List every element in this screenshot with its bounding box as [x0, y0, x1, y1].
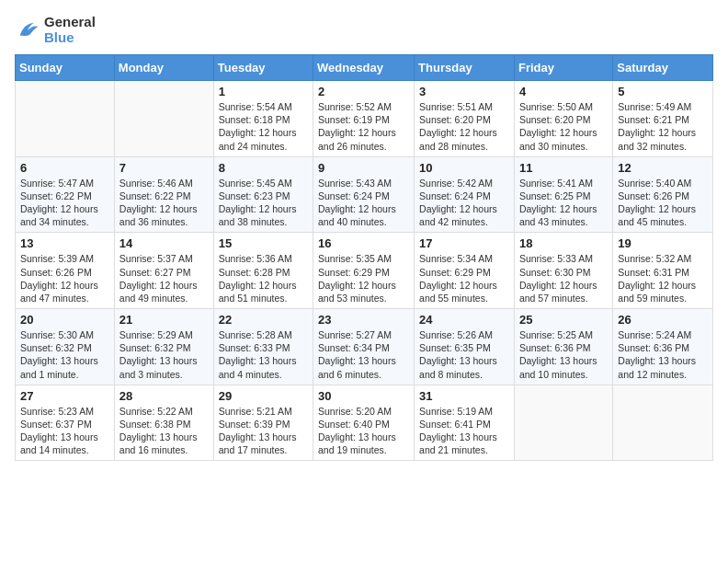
- day-of-week-wednesday: Wednesday: [313, 55, 415, 81]
- day-number: 11: [519, 161, 608, 175]
- calendar-week-row: 27Sunrise: 5:23 AM Sunset: 6:37 PM Dayli…: [16, 385, 713, 461]
- calendar-week-row: 13Sunrise: 5:39 AM Sunset: 6:26 PM Dayli…: [16, 233, 713, 309]
- day-number: 22: [219, 313, 308, 327]
- day-info: Sunrise: 5:51 AM Sunset: 6:20 PM Dayligh…: [419, 100, 509, 153]
- calendar-cell: 1Sunrise: 5:54 AM Sunset: 6:18 PM Daylig…: [213, 81, 313, 157]
- calendar-cell: 17Sunrise: 5:34 AM Sunset: 6:29 PM Dayli…: [415, 233, 515, 309]
- day-info: Sunrise: 5:40 AM Sunset: 6:26 PM Dayligh…: [618, 177, 708, 229]
- day-number: 21: [119, 313, 209, 327]
- day-number: 24: [419, 313, 509, 327]
- calendar-cell: 28Sunrise: 5:22 AM Sunset: 6:38 PM Dayli…: [114, 385, 213, 461]
- day-number: 18: [519, 236, 608, 250]
- day-info: Sunrise: 5:22 AM Sunset: 6:38 PM Dayligh…: [119, 405, 209, 457]
- calendar-cell: 7Sunrise: 5:46 AM Sunset: 6:22 PM Daylig…: [114, 156, 213, 233]
- header: General Blue: [15, 15, 713, 45]
- day-number: 14: [119, 236, 209, 250]
- calendar-week-row: 20Sunrise: 5:30 AM Sunset: 6:32 PM Dayli…: [16, 309, 713, 385]
- day-number: 30: [318, 389, 409, 403]
- day-number: 9: [318, 161, 409, 175]
- day-number: 26: [618, 313, 708, 327]
- logo-bird-icon: [15, 17, 40, 43]
- calendar-cell: 26Sunrise: 5:24 AM Sunset: 6:36 PM Dayli…: [613, 309, 713, 385]
- day-info: Sunrise: 5:32 AM Sunset: 6:31 PM Dayligh…: [618, 252, 708, 304]
- calendar-cell: 22Sunrise: 5:28 AM Sunset: 6:33 PM Dayli…: [213, 309, 313, 385]
- day-number: 8: [219, 161, 308, 175]
- calendar-cell: 12Sunrise: 5:40 AM Sunset: 6:26 PM Dayli…: [613, 156, 713, 233]
- day-info: Sunrise: 5:24 AM Sunset: 6:36 PM Dayligh…: [618, 328, 708, 381]
- calendar-cell: [514, 385, 612, 461]
- day-info: Sunrise: 5:30 AM Sunset: 6:32 PM Dayligh…: [20, 328, 109, 381]
- calendar-cell: 29Sunrise: 5:21 AM Sunset: 6:39 PM Dayli…: [213, 385, 313, 461]
- day-number: 1: [219, 85, 308, 98]
- day-info: Sunrise: 5:36 AM Sunset: 6:28 PM Dayligh…: [219, 252, 308, 304]
- day-number: 6: [20, 161, 109, 175]
- day-number: 10: [419, 161, 509, 175]
- day-of-week-tuesday: Tuesday: [213, 55, 313, 81]
- calendar-cell: 19Sunrise: 5:32 AM Sunset: 6:31 PM Dayli…: [613, 233, 713, 309]
- calendar-header-row: SundayMondayTuesdayWednesdayThursdayFrid…: [16, 55, 713, 81]
- calendar-cell: 9Sunrise: 5:43 AM Sunset: 6:24 PM Daylig…: [313, 156, 415, 233]
- day-number: 7: [119, 161, 209, 175]
- calendar-cell: [114, 81, 213, 157]
- day-info: Sunrise: 5:35 AM Sunset: 6:29 PM Dayligh…: [318, 252, 409, 304]
- day-info: Sunrise: 5:27 AM Sunset: 6:34 PM Dayligh…: [318, 328, 409, 381]
- day-info: Sunrise: 5:33 AM Sunset: 6:30 PM Dayligh…: [519, 252, 608, 304]
- day-of-week-monday: Monday: [114, 55, 213, 81]
- calendar-cell: 11Sunrise: 5:41 AM Sunset: 6:25 PM Dayli…: [514, 156, 612, 233]
- day-number: 3: [419, 85, 509, 98]
- calendar-cell: 4Sunrise: 5:50 AM Sunset: 6:20 PM Daylig…: [514, 81, 612, 157]
- day-info: Sunrise: 5:23 AM Sunset: 6:37 PM Dayligh…: [20, 405, 109, 457]
- day-info: Sunrise: 5:49 AM Sunset: 6:21 PM Dayligh…: [618, 100, 708, 153]
- day-info: Sunrise: 5:39 AM Sunset: 6:26 PM Dayligh…: [20, 252, 109, 304]
- day-number: 28: [119, 389, 209, 403]
- calendar-cell: 5Sunrise: 5:49 AM Sunset: 6:21 PM Daylig…: [613, 81, 713, 157]
- day-info: Sunrise: 5:20 AM Sunset: 6:40 PM Dayligh…: [318, 405, 409, 457]
- calendar-cell: 13Sunrise: 5:39 AM Sunset: 6:26 PM Dayli…: [16, 233, 115, 309]
- day-info: Sunrise: 5:43 AM Sunset: 6:24 PM Dayligh…: [318, 177, 409, 229]
- calendar-cell: 8Sunrise: 5:45 AM Sunset: 6:23 PM Daylig…: [213, 156, 313, 233]
- day-info: Sunrise: 5:52 AM Sunset: 6:19 PM Dayligh…: [318, 100, 409, 153]
- day-number: 25: [519, 313, 608, 327]
- calendar-week-row: 6Sunrise: 5:47 AM Sunset: 6:22 PM Daylig…: [16, 156, 713, 233]
- day-number: 15: [219, 236, 308, 250]
- calendar-cell: 20Sunrise: 5:30 AM Sunset: 6:32 PM Dayli…: [16, 309, 115, 385]
- page: General Blue SundayMondayTuesdayWednesda…: [0, 0, 728, 470]
- calendar-cell: 24Sunrise: 5:26 AM Sunset: 6:35 PM Dayli…: [415, 309, 515, 385]
- calendar-cell: 31Sunrise: 5:19 AM Sunset: 6:41 PM Dayli…: [415, 385, 515, 461]
- calendar-cell: 15Sunrise: 5:36 AM Sunset: 6:28 PM Dayli…: [213, 233, 313, 309]
- logo-text: General Blue: [44, 15, 96, 45]
- calendar-cell: [613, 385, 713, 461]
- day-info: Sunrise: 5:47 AM Sunset: 6:22 PM Dayligh…: [20, 177, 109, 229]
- day-info: Sunrise: 5:28 AM Sunset: 6:33 PM Dayligh…: [219, 328, 308, 381]
- day-number: 20: [20, 313, 109, 327]
- day-info: Sunrise: 5:46 AM Sunset: 6:22 PM Dayligh…: [119, 177, 209, 229]
- day-number: 27: [20, 389, 109, 403]
- day-number: 16: [318, 236, 409, 250]
- day-of-week-thursday: Thursday: [415, 55, 515, 81]
- day-number: 5: [618, 85, 708, 98]
- day-number: 17: [419, 236, 509, 250]
- calendar-cell: 6Sunrise: 5:47 AM Sunset: 6:22 PM Daylig…: [16, 156, 115, 233]
- calendar-cell: 25Sunrise: 5:25 AM Sunset: 6:36 PM Dayli…: [514, 309, 612, 385]
- day-number: 29: [219, 389, 308, 403]
- day-info: Sunrise: 5:34 AM Sunset: 6:29 PM Dayligh…: [419, 252, 509, 304]
- day-info: Sunrise: 5:19 AM Sunset: 6:41 PM Dayligh…: [419, 405, 509, 457]
- calendar-week-row: 1Sunrise: 5:54 AM Sunset: 6:18 PM Daylig…: [16, 81, 713, 157]
- day-info: Sunrise: 5:25 AM Sunset: 6:36 PM Dayligh…: [519, 328, 608, 381]
- day-number: 23: [318, 313, 409, 327]
- day-info: Sunrise: 5:21 AM Sunset: 6:39 PM Dayligh…: [219, 405, 308, 457]
- calendar-cell: 16Sunrise: 5:35 AM Sunset: 6:29 PM Dayli…: [313, 233, 415, 309]
- day-info: Sunrise: 5:29 AM Sunset: 6:32 PM Dayligh…: [119, 328, 209, 381]
- calendar-cell: 18Sunrise: 5:33 AM Sunset: 6:30 PM Dayli…: [514, 233, 612, 309]
- calendar-cell: 3Sunrise: 5:51 AM Sunset: 6:20 PM Daylig…: [415, 81, 515, 157]
- day-number: 4: [519, 85, 608, 98]
- calendar-cell: 10Sunrise: 5:42 AM Sunset: 6:24 PM Dayli…: [415, 156, 515, 233]
- day-number: 31: [419, 389, 509, 403]
- day-info: Sunrise: 5:50 AM Sunset: 6:20 PM Dayligh…: [519, 100, 608, 153]
- calendar-cell: 14Sunrise: 5:37 AM Sunset: 6:27 PM Dayli…: [114, 233, 213, 309]
- day-info: Sunrise: 5:41 AM Sunset: 6:25 PM Dayligh…: [519, 177, 608, 229]
- calendar: SundayMondayTuesdayWednesdayThursdayFrid…: [15, 54, 713, 461]
- day-of-week-friday: Friday: [514, 55, 612, 81]
- day-info: Sunrise: 5:54 AM Sunset: 6:18 PM Dayligh…: [219, 100, 308, 153]
- day-info: Sunrise: 5:42 AM Sunset: 6:24 PM Dayligh…: [419, 177, 509, 229]
